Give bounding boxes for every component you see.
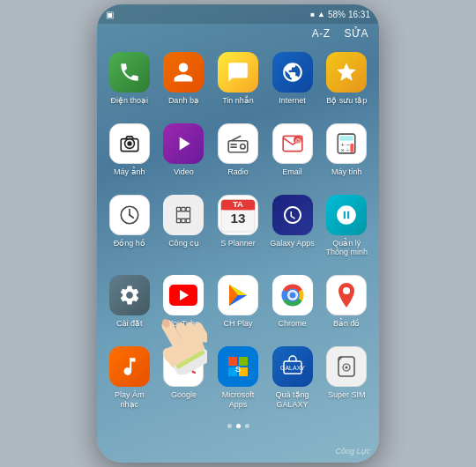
app-chplay[interactable]: CH Play [211,270,265,334]
app-video-label: Video [174,167,194,177]
svg-point-4 [241,144,245,148]
app-phone[interactable]: Điện thoại [102,47,157,111]
svg-text:Goog: Goog [175,356,196,378]
app-music[interactable]: Play Âm nhạc [102,341,157,415]
app-messages[interactable]: Tin nhắn [211,47,265,111]
phone-frame: ▣ ■ ▲ 58% 16:31 A-Z SỬA Điện thoại [97,4,379,463]
app-calculator[interactable]: + − × ÷ Máy tính [319,118,374,182]
app-email-label: Email [282,167,302,177]
app-settings[interactable]: Cài đặt [102,270,157,334]
app-grid-row5: Play Âm nhạc Goog Google S [97,337,379,419]
app-youtube-label: YouTube [168,319,199,329]
app-galaxy[interactable]: Galaxy Apps [265,189,320,263]
edit-button[interactable]: SỬA [344,27,368,40]
svg-rect-17 [351,144,354,152]
app-samsung[interactable]: GALAXY Quà tặng GALAXY [265,341,320,415]
tools-icon [163,195,204,235]
page-dots [97,419,379,432]
app-radio[interactable]: Radio [211,118,265,182]
app-maps[interactable]: Bản đồ [319,270,374,334]
app-chplay-label: CH Play [223,319,252,329]
app-phone-label: Điện thoại [111,96,149,106]
svg-rect-12 [340,136,353,140]
app-msapps-label: Microsoft Apps [215,390,261,410]
app-maps-label: Bản đồ [333,319,361,329]
watermark: Công Lực [335,447,370,456]
svg-text:GALAXY: GALAXY [280,365,305,371]
sort-az-button[interactable]: A-Z [312,27,331,40]
app-radio-label: Radio [227,167,249,177]
app-internet-label: Internet [279,96,306,106]
app-video[interactable]: Video [157,118,212,182]
svg-rect-26 [177,219,181,222]
app-smart[interactable]: Quản lý Thông minh [319,189,374,263]
svg-text:÷: ÷ [346,146,350,154]
app-splanner[interactable]: TA 13 S Planner [211,189,265,263]
svg-rect-7 [230,146,237,148]
app-msapps[interactable]: S Microsoft Apps [211,341,265,415]
svg-rect-23 [177,207,181,211]
splanner-icon: TA 13 [218,195,258,235]
calculator-icon: + − × ÷ [326,123,367,164]
app-youtube[interactable]: YouTube [157,270,212,334]
smart-icon [326,195,367,235]
action-bar: A-Z SỬA [97,24,379,43]
app-messages-label: Tin nhắn [222,96,254,106]
messages-icon [218,52,258,93]
collection-icon [326,52,367,93]
app-camera[interactable]: Máy ảnh [102,118,157,182]
app-google-label: Google [171,390,197,400]
app-email[interactable]: @ Email [265,118,320,182]
svg-point-21 [129,214,130,216]
app-splanner-label: S Planner [220,239,256,248]
app-internet[interactable]: Internet [265,47,320,111]
dot-3 [245,424,249,428]
chrome-icon [272,275,313,315]
svg-rect-28 [187,219,190,222]
svg-text:TA: TA [233,199,243,209]
app-settings-label: Cài đặt [116,319,143,329]
camera-icon [109,123,150,164]
app-grid-row3: Đồng hồ Công cụ [97,186,379,267]
app-tools-label: Công cụ [168,239,199,248]
app-contacts[interactable]: Danh bạ [157,47,212,111]
app-chrome-label: Chrome [279,319,307,329]
app-galaxy-label: Galaxy Apps [270,239,315,248]
signal-icon: ▲ [317,10,325,19]
supersim-icon [326,346,367,387]
app-collection[interactable]: Bộ sưu tập [319,47,374,111]
email-icon: @ [272,123,313,164]
svg-point-56 [346,366,348,368]
svg-point-45 [343,287,350,294]
clock-icon [109,195,150,235]
battery-pct: 58% [328,10,346,19]
youtube-icon [163,275,204,315]
svg-text:13: 13 [230,210,245,225]
contacts-icon [163,52,204,93]
settings-icon [109,275,150,315]
svg-point-44 [289,293,295,299]
internet-icon [272,52,313,93]
app-smart-label: Quản lý Thông minh [324,239,369,258]
app-clock[interactable]: Đồng hồ [102,189,157,263]
radio-icon [218,123,258,164]
status-screen-icon: ▣ [106,10,114,19]
svg-rect-27 [182,219,185,222]
music-icon [109,346,150,387]
sim-icon: ■ [310,11,315,19]
svg-point-1 [127,141,131,145]
msapps-icon: S [218,346,258,387]
app-supersim[interactable]: Super SIM [319,341,374,415]
phone-icon [109,52,150,93]
svg-rect-6 [230,144,237,145]
app-calculator-label: Máy tính [331,167,362,177]
time-display: 16:31 [348,10,370,19]
app-chrome[interactable]: Chrome [265,270,320,334]
svg-rect-24 [182,207,185,211]
app-google[interactable]: Goog Google [157,341,212,415]
app-grid-row2: Máy ảnh Video Radio [97,115,379,186]
app-tools[interactable]: Công cụ [157,189,212,263]
app-samsung-label: Quà tặng GALAXY [270,390,316,410]
app-music-label: Play Âm nhạc [107,390,152,410]
app-grid-row1: Điện thoại Danh bạ Tin nhắn [97,43,379,115]
